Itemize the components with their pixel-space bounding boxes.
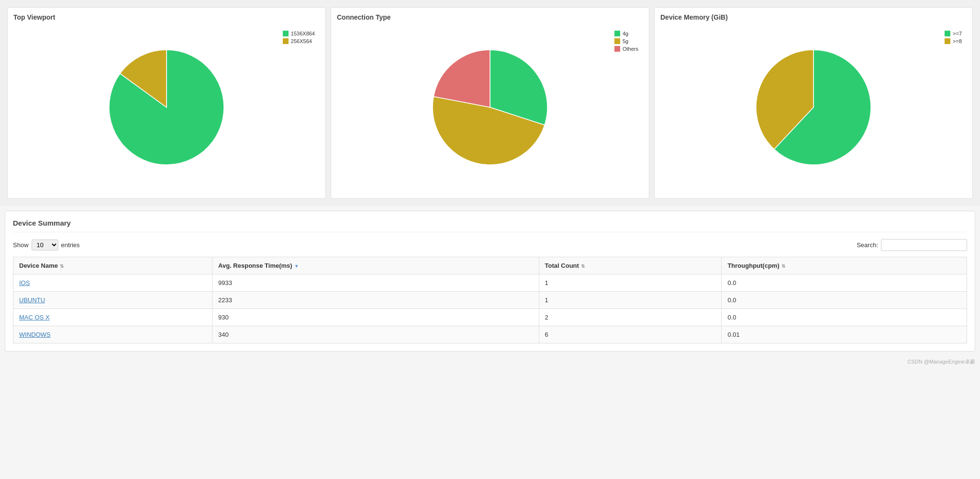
th-label: Throughput(cpm) [727, 262, 779, 269]
legend-label: 5g [623, 38, 628, 44]
legend-color [283, 31, 289, 36]
table-row: UBUNTU223310.0 [13, 292, 967, 309]
chart-card-top-viewport: Top Viewport1536X864256X564 [7, 7, 326, 199]
table-row: MAC OS X93020.0 [13, 309, 967, 326]
td-device_name[interactable]: WINDOWS [13, 326, 212, 343]
charts-section: Top Viewport1536X864256X564Connection Ty… [0, 0, 980, 206]
legend-item: 5g [614, 38, 638, 44]
search-box: Search: [857, 239, 967, 251]
td-throughput: 0.01 [722, 326, 967, 343]
entries-label: entries [61, 241, 80, 249]
td-total_count: 1 [539, 274, 722, 292]
th-total_count[interactable]: Total Count ⇅ [539, 257, 722, 274]
entries-select[interactable]: 102550100 [32, 240, 58, 251]
sort-icon: ⇅ [60, 263, 64, 269]
device-link[interactable]: WINDOWS [19, 331, 51, 338]
legend-color [945, 38, 950, 44]
legend-color [614, 38, 620, 44]
td-throughput: 0.0 [722, 292, 967, 309]
td-total_count: 6 [539, 326, 722, 343]
chart-content-connection-type: 4g5gOthers [337, 26, 643, 189]
table-controls: Show 102550100 entries Search: [13, 239, 967, 251]
legend-item: 4g [614, 31, 638, 36]
legend-item: >=8 [945, 38, 962, 44]
td-device_name[interactable]: UBUNTU [13, 292, 212, 309]
legend-item: 1536X864 [283, 31, 315, 36]
legend-label: 1536X864 [291, 31, 315, 36]
legend-label: Others [623, 46, 638, 52]
pie-connection-type [428, 45, 552, 170]
table-section-title: Device Summary [13, 219, 967, 232]
legend-color [614, 31, 620, 36]
td-avg_response: 340 [212, 326, 539, 343]
chart-title-device-memory: Device Memory (GiB) [660, 13, 967, 21]
td-throughput: 0.0 [722, 309, 967, 326]
legend-connection-type: 4g5gOthers [614, 31, 638, 54]
device-link[interactable]: IOS [19, 279, 30, 286]
legend-color [614, 46, 620, 52]
legend-item: >=7 [945, 31, 962, 36]
legend-device-memory: >=7>=8 [945, 31, 962, 46]
th-device_name[interactable]: Device Name ⇅ [13, 257, 212, 274]
chart-title-top-viewport: Top Viewport [13, 13, 320, 21]
sort-icon: ⇅ [781, 263, 785, 269]
td-throughput: 0.0 [722, 274, 967, 292]
search-label: Search: [857, 241, 878, 249]
chart-title-connection-type: Connection Type [337, 13, 643, 21]
show-entries-control: Show 102550100 entries [13, 240, 80, 251]
td-avg_response: 9933 [212, 274, 539, 292]
footer-note: CSDN @ManageEngine卓豪 [0, 356, 980, 367]
pie-device-memory [751, 45, 876, 170]
legend-item: Others [614, 46, 638, 52]
device-link[interactable]: MAC OS X [19, 314, 50, 321]
sort-icon: ⇅ [581, 263, 585, 269]
device-table: Device Name ⇅Avg. Response Time(ms) ▼Tot… [13, 257, 967, 343]
show-label: Show [13, 241, 29, 249]
th-throughput[interactable]: Throughput(cpm) ⇅ [722, 257, 967, 274]
legend-label: 4g [623, 31, 628, 36]
table-header: Device Name ⇅Avg. Response Time(ms) ▼Tot… [13, 257, 967, 274]
th-label: Avg. Response Time(ms) [218, 262, 292, 269]
legend-color [945, 31, 950, 36]
chart-card-connection-type: Connection Type4g5gOthers [331, 7, 649, 199]
chart-content-device-memory: >=7>=8 [660, 26, 967, 189]
legend-label: 256X564 [291, 38, 312, 44]
table-row: WINDOWS34060.01 [13, 326, 967, 343]
th-label: Device Name [19, 262, 58, 269]
table-row: IOS993310.0 [13, 274, 967, 292]
td-total_count: 2 [539, 309, 722, 326]
chart-card-device-memory: Device Memory (GiB)>=7>=8 [654, 7, 973, 199]
th-avg_response[interactable]: Avg. Response Time(ms) ▼ [212, 257, 539, 274]
td-device_name[interactable]: MAC OS X [13, 309, 212, 326]
chart-content-top-viewport: 1536X864256X564 [13, 26, 320, 189]
td-avg_response: 930 [212, 309, 539, 326]
device-summary-section: Device Summary Show 102550100 entries Se… [5, 211, 975, 352]
td-avg_response: 2233 [212, 292, 539, 309]
legend-label: >=8 [953, 38, 962, 44]
pie-top-viewport [104, 45, 229, 170]
table-body: IOS993310.0UBUNTU223310.0MAC OS X93020.0… [13, 274, 967, 343]
td-device_name[interactable]: IOS [13, 274, 212, 292]
th-label: Total Count [545, 262, 579, 269]
device-link[interactable]: UBUNTU [19, 297, 45, 304]
legend-label: >=7 [953, 31, 962, 36]
legend-color [283, 38, 289, 44]
sort-icon: ▼ [294, 263, 299, 269]
legend-top-viewport: 1536X864256X564 [283, 31, 315, 46]
search-input[interactable] [881, 239, 967, 251]
header-row: Device Name ⇅Avg. Response Time(ms) ▼Tot… [13, 257, 967, 274]
legend-item: 256X564 [283, 38, 315, 44]
td-total_count: 1 [539, 292, 722, 309]
